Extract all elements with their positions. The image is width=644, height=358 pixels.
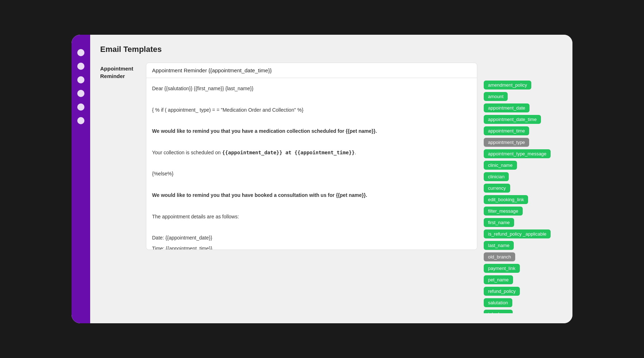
- tag-edit_booking_link[interactable]: edit_booking_link: [484, 195, 528, 204]
- tag-pet_name[interactable]: pet_name: [484, 275, 513, 284]
- tag-old_branch[interactable]: old_branch: [484, 252, 515, 261]
- tag-appointment_type_message[interactable]: appointment_type_message: [484, 149, 551, 158]
- subject-bar[interactable]: Appointment Reminder {{appointment_date_…: [146, 63, 477, 78]
- email-line-blank1: [152, 95, 471, 104]
- email-line-consultation-bold: We would like to remind you that you hav…: [152, 191, 471, 200]
- tag-refund_policy[interactable]: refund_policy: [484, 287, 520, 296]
- tag-amendment_policy[interactable]: amendment_policy: [484, 81, 531, 90]
- email-body[interactable]: Dear {{salutation}} {{first_name}} {last…: [146, 78, 477, 250]
- template-label: Appointment Reminder: [100, 63, 140, 313]
- tag-telephone[interactable]: telephone: [484, 310, 513, 313]
- template-body: Appointment Reminder {{appointment_date_…: [146, 63, 477, 313]
- tag-appointment_date[interactable]: appointment_date: [484, 103, 530, 112]
- tag-amount[interactable]: amount: [484, 92, 508, 101]
- email-line-blank5: [152, 180, 471, 189]
- template-row: Appointment Reminder Appointment Reminde…: [100, 63, 562, 313]
- tag-clinician[interactable]: clinician: [484, 172, 509, 181]
- tag-is_refund_policy__applicable[interactable]: is_refund_policy _applicable: [484, 229, 551, 238]
- email-line-details-intro: The appointment details are as follows:: [152, 213, 471, 221]
- sidebar-dot-1: [77, 49, 84, 56]
- page-title: Email Templates: [100, 45, 562, 54]
- email-line-blank7: [152, 223, 471, 232]
- email-line-blank3: [152, 138, 471, 146]
- tag-clinic_name[interactable]: clinic_name: [484, 161, 517, 170]
- sidebar: [72, 35, 90, 323]
- tag-appointment_time[interactable]: appointment_time: [484, 126, 529, 135]
- tag-appointment_type[interactable]: appointment_type: [484, 138, 529, 147]
- sidebar-dot-3: [77, 76, 84, 83]
- tag-first_name[interactable]: first_name: [484, 218, 514, 227]
- tag-filter_message[interactable]: filter_message: [484, 207, 523, 216]
- email-line-else: {%else%}: [152, 170, 471, 178]
- email-line-collection: Your collection is scheduled on {{appoin…: [152, 149, 471, 157]
- main-content: Email Templates Appointment Reminder App…: [90, 35, 572, 323]
- sidebar-dot-2: [77, 63, 84, 70]
- tag-last_name[interactable]: last_name: [484, 241, 514, 250]
- sidebar-dot-4: [77, 90, 84, 97]
- sidebar-dot-5: [77, 103, 84, 111]
- tag-salutation[interactable]: salutation: [484, 298, 512, 307]
- tag-appointment_date_time[interactable]: appointment_date_time: [484, 115, 541, 124]
- tag-currency[interactable]: currency: [484, 184, 510, 193]
- email-line-blank4: [152, 159, 471, 168]
- email-line-medication-bold: We would like to remind you that you hav…: [152, 127, 471, 136]
- tag-payment_link[interactable]: payment_link: [484, 264, 520, 273]
- email-line-salutation: Dear {{salutation}} {{first_name}} {last…: [152, 84, 471, 93]
- email-line-blank2: [152, 116, 471, 125]
- email-line-blank6: [152, 202, 471, 211]
- main-card: Email Templates Appointment Reminder App…: [72, 35, 572, 323]
- sidebar-dot-6: [77, 117, 84, 124]
- email-line-date: Date: {{appointment_date}}: [152, 234, 471, 242]
- email-line-condition: { % if ( appointment_ type) = = "Medicat…: [152, 106, 471, 115]
- email-line-time: Time: {{appointment_time}}: [152, 245, 471, 250]
- tags-panel: amendment_policyamountappointment_dateap…: [484, 63, 562, 313]
